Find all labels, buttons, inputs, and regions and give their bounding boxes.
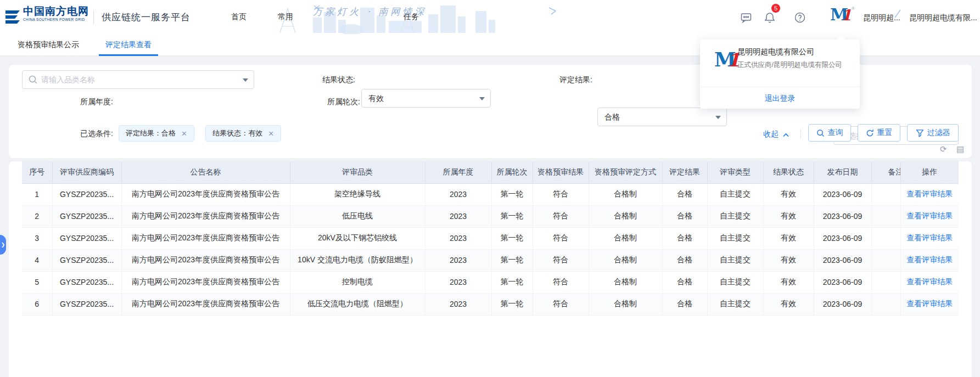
- chip-result: 评定结果：合格✕: [119, 125, 194, 142]
- platform-title: 供应链统一服务平台: [102, 11, 191, 24]
- avatar[interactable]: M1®: [830, 7, 852, 29]
- column-header-date: 发布日期: [814, 161, 871, 183]
- user-name-short[interactable]: 昆明明超...: [863, 13, 903, 23]
- cell-notice: 南方电网公司2023年度供应商资格预审公告: [121, 183, 290, 205]
- cell-code: GYSZP20235...: [52, 227, 121, 249]
- top-header: 万家灯火 · 南网情深 中国南方电网 CHINA SOUTHERN POWER …: [0, 0, 980, 34]
- column-header-method: 资格预审评定方式: [589, 161, 662, 183]
- brand-block: 中国南方电网 CHINA SOUTHERN POWER GRID: [23, 6, 89, 22]
- column-settings-icon[interactable]: ▤: [956, 145, 964, 154]
- chip-close-icon[interactable]: ✕: [268, 130, 274, 138]
- cell-round: 第一轮: [491, 227, 533, 249]
- view-review-result-link[interactable]: 查看评审结果: [906, 233, 953, 242]
- cell-year: 2023: [425, 205, 491, 227]
- help-icon[interactable]: [794, 12, 806, 24]
- cell-status: 有效: [763, 183, 814, 205]
- nav-item-home[interactable]: 首页: [231, 12, 247, 22]
- cell-code: GYSZP20235...: [52, 183, 121, 205]
- cell-action: 查看评审结果: [900, 293, 959, 315]
- cell-type: 自主提交: [707, 183, 763, 205]
- cell-remark: [871, 249, 900, 271]
- tab-evaluation-results[interactable]: 评定结果查看: [99, 34, 158, 56]
- funnel-icon: [916, 129, 924, 137]
- cell-notice: 南方电网公司2023年度供应商资格预审公告: [121, 249, 290, 271]
- cell-date: 2023-06-09: [814, 183, 871, 205]
- cell-category: 控制电缆: [290, 271, 425, 293]
- search-icon: [816, 129, 825, 137]
- view-review-result-link[interactable]: 查看评审结果: [906, 277, 953, 286]
- sidebar-expand-handle[interactable]: ❯: [0, 235, 6, 255]
- cell-prequal: 符合: [533, 271, 589, 293]
- view-review-result-link[interactable]: 查看评审结果: [906, 189, 953, 198]
- nav-item-tasks[interactable]: 任务: [404, 12, 419, 22]
- nav-item-common[interactable]: 常用: [278, 12, 293, 22]
- cell-method: 合格制: [589, 293, 662, 315]
- message-icon[interactable]: [740, 12, 752, 24]
- column-header-status: 结果状态: [763, 161, 814, 183]
- cell-status: 有效: [763, 271, 814, 293]
- cell-category: 低压电线: [290, 205, 425, 227]
- view-review-result-link[interactable]: 查看评审结果: [906, 211, 953, 220]
- cell-remark: [871, 227, 900, 249]
- cell-no: 6: [22, 293, 52, 315]
- cell-category: 10kV 交流电力电缆（防蚁阻燃型）: [290, 249, 425, 271]
- cell-result: 合格: [662, 249, 707, 271]
- column-header-result: 评定结果: [662, 161, 707, 183]
- user-company-short[interactable]: 昆明明超电缆有限...: [909, 13, 978, 23]
- query-button[interactable]: 查询: [808, 124, 851, 142]
- notification-bell-icon[interactable]: [764, 12, 776, 24]
- table-header-row: 序号评审供应商编码公告名称评审品类所属年度所属轮次资格预审结果资格预审评定方式评…: [22, 161, 959, 183]
- cell-result: 合格: [662, 227, 707, 249]
- table-row: 2GYSZP20235...南方电网公司2023年度供应商资格预审公告低压电线2…: [22, 205, 959, 227]
- cell-date: 2023-06-09: [814, 293, 871, 315]
- cell-remark: [871, 183, 900, 205]
- header-divider: [93, 10, 94, 24]
- table-refresh-icon[interactable]: ⟳: [940, 145, 947, 154]
- reset-button[interactable]: 重置: [858, 124, 900, 142]
- cell-round: 第一轮: [491, 293, 533, 315]
- cell-notice: 南方电网公司2023年度供应商资格预审公告: [121, 205, 290, 227]
- cell-method: 合格制: [589, 271, 662, 293]
- status-filter-label: 结果状态:: [256, 70, 355, 89]
- year-filter-label: 所属年度:: [22, 92, 113, 111]
- cell-prequal: 符合: [533, 293, 589, 315]
- search-icon: [28, 75, 38, 85]
- logout-button[interactable]: 退出登录: [700, 87, 860, 109]
- cell-type: 自主提交: [707, 293, 763, 315]
- result-filter-select[interactable]: 合格: [597, 108, 727, 126]
- status-filter-select[interactable]: 有效: [361, 89, 491, 108]
- cell-date: 2023-06-09: [814, 205, 871, 227]
- popup-identity: 正式供应商/昆明明超电缆有限公司: [737, 60, 842, 70]
- cell-category: 架空绝缘导线: [290, 183, 425, 205]
- collapse-button[interactable]: 收起: [763, 125, 789, 143]
- cell-category: 低压交流电力电缆（阻燃型）: [290, 293, 425, 315]
- category-search-select[interactable]: 请输入品类名称: [22, 70, 254, 89]
- popup-company-name: 昆明明超电缆有限公司: [737, 47, 814, 57]
- cell-year: 2023: [425, 183, 491, 205]
- column-header-code: 评审供应商编码: [52, 161, 121, 183]
- cell-method: 合格制: [589, 183, 662, 205]
- column-header-no: 序号: [22, 161, 52, 183]
- cell-result: 合格: [662, 271, 707, 293]
- view-review-result-link[interactable]: 查看评审结果: [906, 299, 953, 308]
- tab-prequalification-results[interactable]: 资格预审结果公示: [11, 34, 86, 56]
- cell-year: 2023: [425, 271, 491, 293]
- cell-status: 有效: [763, 227, 814, 249]
- cell-code: GYSZP20235...: [52, 249, 121, 271]
- chevron-down-icon: [715, 116, 721, 119]
- filter-button[interactable]: 过滤器: [907, 124, 959, 142]
- refresh-icon: [866, 129, 874, 137]
- cell-prequal: 符合: [533, 227, 589, 249]
- chip-close-icon[interactable]: ✕: [181, 130, 187, 138]
- cell-notice: 南方电网公司2023年度供应商资格预审公告: [121, 227, 290, 249]
- cell-prequal: 符合: [533, 183, 589, 205]
- table-row: 1GYSZP20235...南方电网公司2023年度供应商资格预审公告架空绝缘导…: [22, 183, 959, 205]
- column-header-notice: 公告名称: [121, 161, 290, 183]
- results-table: 序号评审供应商编码公告名称评审品类所属年度所属轮次资格预审结果资格预审评定方式评…: [22, 161, 959, 316]
- view-review-result-link[interactable]: 查看评审结果: [906, 255, 953, 264]
- cell-round: 第一轮: [491, 271, 533, 293]
- selected-condition-chips: 评定结果：合格✕ 结果状态：有效✕: [119, 125, 290, 142]
- brand-name-en: CHINA SOUTHERN POWER GRID: [23, 18, 89, 22]
- cell-prequal: 符合: [533, 205, 589, 227]
- result-filter-label: 评定结果:: [494, 70, 592, 89]
